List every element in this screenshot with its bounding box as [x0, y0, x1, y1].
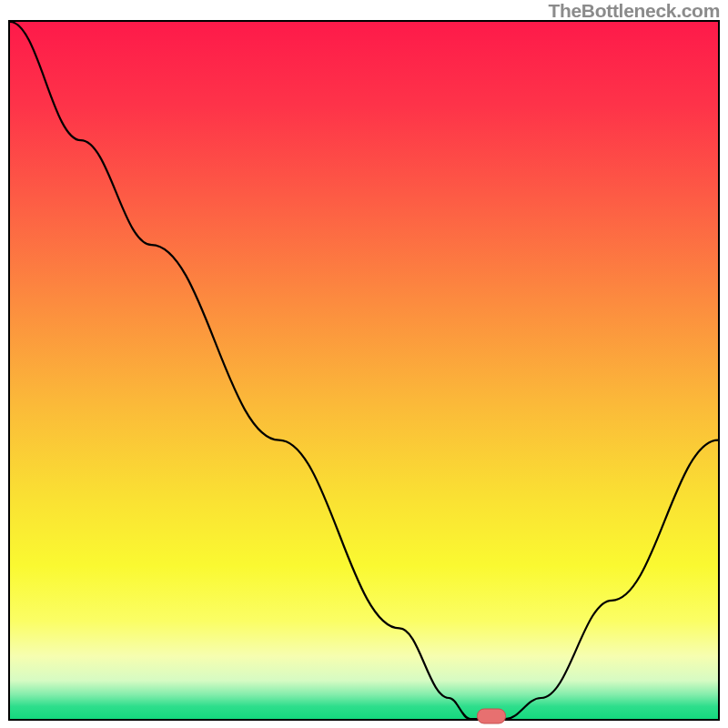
optimum-marker [477, 709, 506, 724]
chart-frame [8, 20, 720, 721]
svg-rect-0 [10, 22, 718, 719]
watermark-text: TheBottleneck.com [548, 0, 720, 22]
background-gradient [10, 22, 718, 719]
